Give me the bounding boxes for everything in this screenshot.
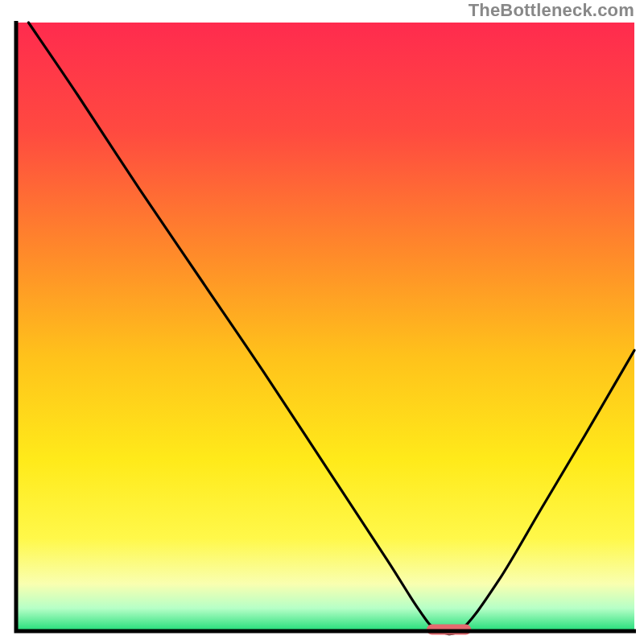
bottleneck-chart: [0, 0, 644, 644]
chart-plot-area: [16, 23, 634, 630]
